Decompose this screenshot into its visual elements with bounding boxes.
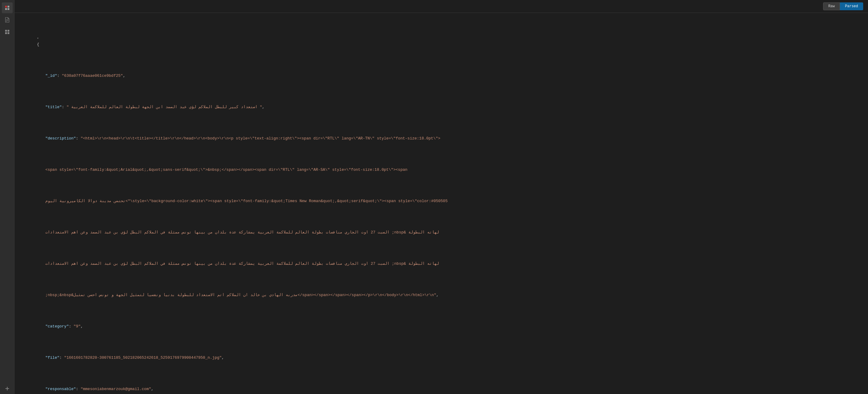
toolbar: Raw Parsed	[14, 0, 868, 13]
json-viewer: ▾ { "_id": "630a07f76aaae061ce9bdf25", "…	[14, 15, 868, 394]
main-panel: Raw Parsed ▾ { "_id": "630a07f76aaae061c…	[14, 0, 868, 394]
add-icon[interactable]	[2, 383, 13, 394]
window-icon[interactable]	[2, 2, 13, 13]
svg-rect-0	[5, 6, 7, 7]
svg-rect-2	[5, 8, 7, 10]
parsed-tab[interactable]: Parsed	[840, 2, 863, 10]
svg-rect-9	[5, 32, 7, 34]
collapse-arrow[interactable]: ▾	[37, 37, 38, 40]
svg-rect-7	[5, 30, 7, 32]
json-content: ▾ { "_id": "630a07f76aaae061ce9bdf25", "…	[14, 13, 868, 394]
svg-rect-3	[7, 8, 9, 10]
svg-rect-8	[7, 30, 9, 32]
file-icon[interactable]	[2, 14, 13, 25]
sidebar	[0, 0, 14, 394]
svg-rect-1	[7, 6, 9, 7]
svg-rect-10	[7, 32, 9, 34]
grid-icon[interactable]	[2, 27, 13, 37]
raw-tab[interactable]: Raw	[823, 2, 840, 10]
